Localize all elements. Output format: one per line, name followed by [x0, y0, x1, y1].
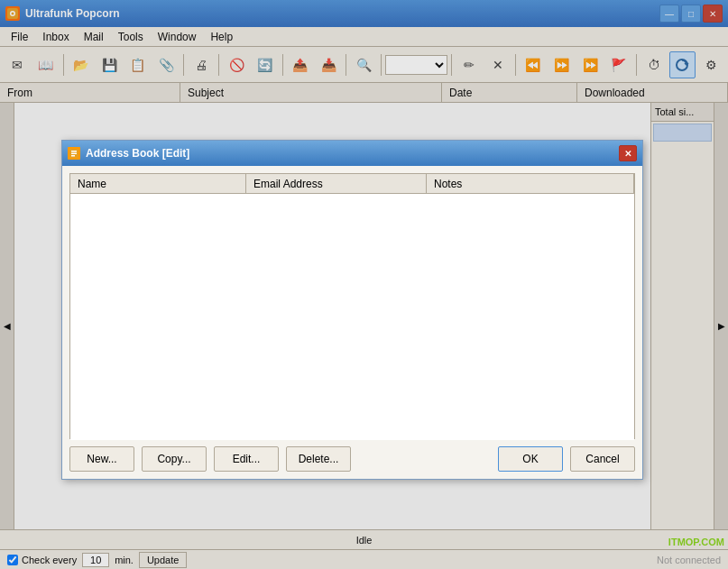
col-email-header: Email Address	[246, 174, 427, 193]
ok-button[interactable]: OK	[498, 446, 563, 472]
svg-rect-5	[71, 151, 77, 152]
delete-button[interactable]: Delete...	[286, 446, 351, 472]
address-table-body	[70, 194, 634, 440]
address-table-header: Name Email Address Notes	[70, 174, 634, 194]
col-notes-header: Notes	[427, 174, 634, 193]
copy-button[interactable]: Copy...	[142, 446, 207, 472]
dialog-buttons: New... Copy... Edit... Delete... OK Canc…	[69, 446, 635, 472]
dialog-content: Name Email Address Notes New... Copy... …	[62, 166, 642, 479]
watermark: ITMOP.COM	[668, 537, 724, 547]
dialog-title-text: Address Book [Edit]	[86, 147, 189, 160]
dialog-title-bar: Address Book [Edit] ✕	[62, 141, 642, 166]
cancel-button[interactable]: Cancel	[570, 446, 635, 472]
svg-rect-6	[71, 153, 77, 155]
dialog-close-button[interactable]: ✕	[619, 145, 637, 161]
new-button[interactable]: New...	[69, 446, 134, 472]
dialog-title-left: Address Book [Edit]	[68, 147, 189, 160]
address-book-table: Name Email Address Notes	[69, 173, 635, 439]
edit-button[interactable]: Edit...	[214, 446, 279, 472]
dialog-icon	[68, 147, 80, 160]
col-name-header: Name	[70, 174, 246, 193]
svg-rect-7	[71, 155, 75, 157]
address-book-dialog: Address Book [Edit] ✕ Name Email Address…	[61, 140, 643, 480]
